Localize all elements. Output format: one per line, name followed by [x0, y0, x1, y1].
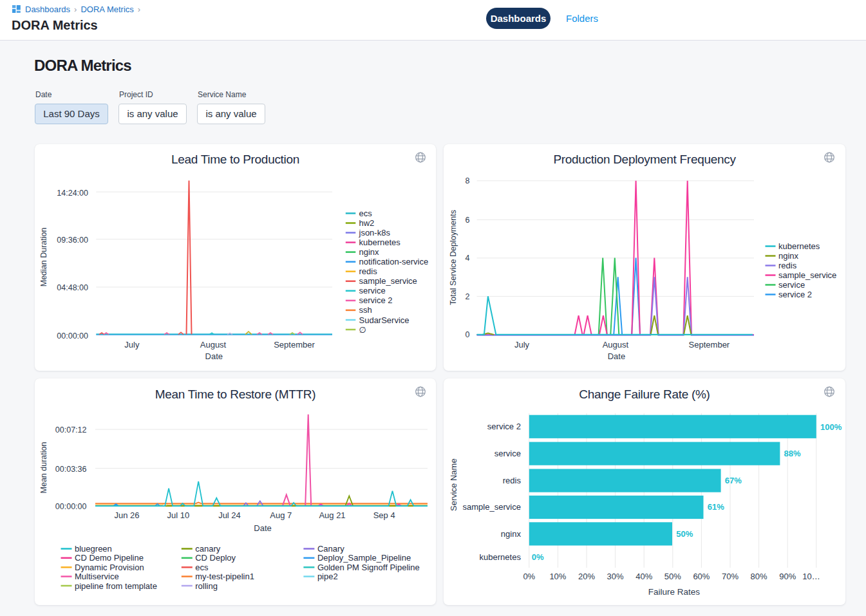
svg-text:67%: 67% [725, 476, 742, 485]
svg-text:September: September [689, 340, 730, 350]
svg-text:Deploy_Sample_Pipeline: Deploy_Sample_Pipeline [317, 553, 411, 563]
svg-text:∅: ∅ [359, 325, 366, 335]
svg-text:Jun 26: Jun 26 [114, 510, 139, 520]
svg-text:6: 6 [466, 216, 470, 225]
svg-text:notification-service: notification-service [359, 257, 429, 266]
svg-text:100%: 100% [820, 422, 842, 432]
svg-text:20%: 20% [578, 572, 595, 581]
svg-text:redis: redis [359, 266, 378, 276]
svg-text:redis: redis [503, 476, 522, 485]
svg-text:Service Name: Service Name [449, 458, 458, 511]
svg-text:nginx: nginx [501, 529, 522, 539]
svg-text:Golden PM Signoff Pipeline: Golden PM Signoff Pipeline [317, 563, 420, 572]
svg-text:sample_service: sample_service [359, 276, 417, 286]
svg-text:Jul 24: Jul 24 [218, 510, 241, 520]
svg-text:Sep 4: Sep 4 [373, 510, 395, 520]
svg-text:Date: Date [205, 351, 223, 361]
svg-text:88%: 88% [784, 449, 801, 458]
svg-text:04:48:00: 04:48:00 [57, 283, 88, 292]
svg-text:hw2: hw2 [359, 218, 375, 228]
svg-text:ssh: ssh [359, 305, 372, 315]
svg-text:Mean Time to Restore (MTTR): Mean Time to Restore (MTTR) [155, 387, 316, 401]
svg-text:60%: 60% [693, 572, 710, 581]
svg-text:redis: redis [778, 261, 797, 270]
svg-text:00:07:12: 00:07:12 [55, 425, 87, 434]
svg-text:Jul 10: Jul 10 [167, 510, 189, 520]
svg-text:service: service [359, 286, 386, 295]
svg-text:00:03:36: 00:03:36 [55, 465, 87, 474]
svg-text:July: July [514, 340, 530, 350]
svg-text:service: service [494, 449, 521, 458]
svg-text:CD Deploy: CD Deploy [195, 553, 236, 563]
svg-text:Dynamic Provision: Dynamic Provision [75, 563, 144, 572]
svg-text:sample_service: sample_service [778, 270, 836, 280]
svg-text:Aug 7: Aug 7 [270, 510, 292, 520]
svg-text:90%: 90% [779, 572, 796, 581]
svg-text:service 2: service 2 [487, 422, 521, 431]
svg-text:70%: 70% [722, 572, 739, 581]
svg-text:2: 2 [466, 292, 470, 301]
svg-text:json-k8s: json-k8s [359, 228, 391, 238]
svg-text:10…: 10… [802, 572, 820, 581]
svg-text:61%: 61% [708, 502, 724, 512]
svg-text:Failure Rates: Failure Rates [648, 587, 701, 597]
svg-text:0%: 0% [523, 572, 535, 581]
svg-text:Date: Date [608, 351, 625, 361]
svg-text:rolling: rolling [195, 581, 218, 591]
svg-text:service 2: service 2 [359, 295, 393, 305]
svg-text:August: August [603, 340, 629, 350]
svg-text:kubernetes: kubernetes [778, 241, 820, 251]
svg-text:0%: 0% [532, 552, 544, 562]
svg-text:8: 8 [466, 176, 470, 185]
svg-text:ecs: ecs [195, 563, 209, 572]
svg-text:Date: Date [254, 523, 271, 533]
svg-text:0: 0 [466, 330, 470, 339]
svg-text:CD Demo Pipeline: CD Demo Pipeline [75, 553, 144, 563]
svg-text:Multiservice: Multiservice [75, 572, 119, 581]
svg-text:my-test-pipelin1: my-test-pipelin1 [195, 572, 254, 581]
svg-text:Total Service Deployments: Total Service Deployments [449, 210, 458, 305]
svg-text:30%: 30% [607, 572, 624, 581]
svg-text:service: service [778, 280, 805, 290]
svg-text:kubernetes: kubernetes [359, 238, 401, 247]
svg-text:pipe2: pipe2 [317, 572, 338, 581]
svg-text:nginx: nginx [359, 247, 380, 257]
svg-text:10%: 10% [549, 572, 566, 581]
svg-text:4: 4 [466, 254, 470, 263]
svg-text:SudarService: SudarService [359, 315, 409, 325]
svg-text:ecs: ecs [359, 209, 373, 218]
svg-text:Production Deployment Frequenc: Production Deployment Frequency [553, 153, 736, 166]
svg-text:August: August [200, 340, 227, 350]
svg-text:Change Failure Rate (%): Change Failure Rate (%) [579, 387, 710, 401]
svg-text:40%: 40% [635, 572, 652, 581]
svg-text:50%: 50% [676, 529, 693, 539]
svg-text:bluegreen: bluegreen [75, 544, 112, 554]
svg-text:09:36:00: 09:36:00 [57, 236, 88, 245]
svg-text:00:00:00: 00:00:00 [55, 502, 87, 511]
svg-text:Median Duration: Median Duration [39, 227, 48, 286]
svg-text:nginx: nginx [778, 251, 799, 261]
svg-text:14:24:00: 14:24:00 [57, 189, 88, 198]
svg-text:Lead Time to Production: Lead Time to Production [171, 153, 299, 166]
svg-text:pipeline from template: pipeline from template [75, 581, 157, 591]
svg-text:00:00:00: 00:00:00 [57, 331, 88, 341]
svg-text:Aug 21: Aug 21 [319, 510, 345, 520]
svg-text:Mean duration: Mean duration [39, 442, 48, 493]
svg-text:80%: 80% [751, 572, 767, 581]
svg-text:kubernetes: kubernetes [480, 552, 522, 562]
svg-text:50%: 50% [664, 572, 681, 581]
svg-text:July: July [124, 340, 140, 350]
svg-text:September: September [274, 340, 315, 350]
svg-text:Canary: Canary [317, 544, 344, 554]
svg-text:service 2: service 2 [778, 290, 812, 299]
svg-text:sample_service: sample_service [463, 502, 521, 512]
svg-text:canary: canary [195, 544, 221, 554]
